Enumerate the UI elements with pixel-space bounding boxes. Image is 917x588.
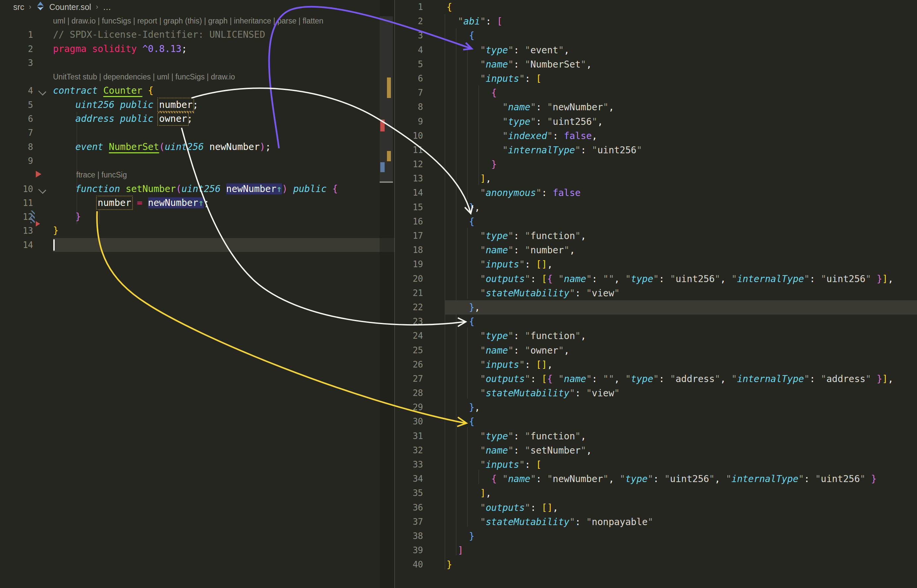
left-code-lens-row[interactable]: UnitTest stub | dependencies | uml | fun…	[0, 70, 380, 84]
token: ,	[586, 445, 592, 456]
fold-chevron-icon[interactable]	[38, 88, 46, 96]
token: view	[592, 388, 614, 399]
token: ]	[882, 373, 888, 384]
right-code-line-7[interactable]: 7 {	[395, 86, 917, 100]
right-code-line-40[interactable]: 40}	[395, 557, 917, 572]
token: :	[810, 373, 821, 384]
json-abi-pane[interactable]: 1{2 "abi": [3 {4 "type": "event",5 "name…	[395, 0, 917, 588]
right-code-line-13[interactable]: 13 ],	[395, 171, 917, 186]
left-code-line-3[interactable]: 3	[0, 56, 380, 70]
right-code-line-37[interactable]: 37 "stateMutability": "nonpayable"	[395, 515, 917, 529]
scrollbar-thumb[interactable]	[380, 16, 393, 182]
right-code-line-24[interactable]: 24 "type": "function",	[395, 329, 917, 343]
right-code-line-4[interactable]: 4 "type": "event",	[395, 43, 917, 57]
right-code-line-19[interactable]: 19 "inputs": [],	[395, 257, 917, 271]
line-number: 40	[395, 557, 423, 572]
left-code-line-13[interactable]: 13}	[0, 224, 380, 238]
code-lens-commands[interactable]: UnitTest stub | dependencies | uml | fun…	[53, 70, 235, 84]
right-code-line-12[interactable]: 12 }	[395, 157, 917, 171]
code-lens-commands[interactable]: uml | draw.io | funcSigs | report | grap…	[53, 14, 323, 28]
right-code-line-6[interactable]: 6 "inputs": [	[395, 71, 917, 86]
breadcrumb-folder[interactable]: src	[13, 2, 24, 12]
right-code-line-5[interactable]: 5 "name": "NumberSet",	[395, 57, 917, 71]
solidity-editor-pane[interactable]: src › Counter.sol › … uml | draw.io | fu…	[0, 0, 380, 588]
right-code-line-10[interactable]: 10 "indexed": false,	[395, 129, 917, 143]
right-code-line-27[interactable]: 27 "outputs": [{ "name": "", "type": "ad…	[395, 372, 917, 386]
right-code-line-18[interactable]: 18 "name": "number",	[395, 243, 917, 257]
token: ,	[564, 45, 569, 56]
left-code-line-10[interactable]: 10 function setNumber(uint256 newNumber↑…	[0, 182, 380, 196]
token: "	[508, 330, 514, 341]
token: "	[519, 359, 525, 370]
left-code-line-6[interactable]: 6 address public owner;	[0, 112, 380, 126]
left-code-line-7[interactable]: 7	[0, 126, 380, 140]
right-code-line-28[interactable]: 28 "stateMutability": "view"	[395, 386, 917, 400]
left-code-line-4[interactable]: 4contract Counter {	[0, 84, 380, 98]
code-text: "indexed": false,	[447, 129, 597, 143]
right-code-line-22[interactable]: 22 },	[395, 300, 917, 315]
left-code-lens-row[interactable]: uml | draw.io | funcSigs | report | grap…	[0, 14, 380, 28]
token: number	[159, 99, 193, 110]
right-code-line-2[interactable]: 2 "abi": [	[395, 14, 917, 29]
right-code-line-34[interactable]: 34 { "name": "newNumber", "type": "uint2…	[395, 472, 917, 486]
code-lens-commands[interactable]: ftrace | funcSig	[76, 168, 127, 182]
left-code-line-12[interactable]: 12 }	[0, 210, 380, 224]
code-text: "outputs": [{ "name": "", "type": "addre…	[447, 372, 893, 386]
left-code-lens-row[interactable]: ftrace | funcSig	[0, 168, 380, 182]
token: type	[508, 116, 530, 127]
token: function	[75, 183, 126, 194]
token: :	[804, 473, 815, 485]
left-code-line-14[interactable]: 14	[0, 238, 380, 252]
token: "	[670, 373, 676, 384]
right-code-line-26[interactable]: 26 "inputs": [],	[395, 357, 917, 372]
right-code-line-35[interactable]: 35 ],	[395, 486, 917, 500]
right-code-line-36[interactable]: 36 "outputs": [],	[395, 501, 917, 515]
token: "	[508, 245, 514, 255]
right-code-line-21[interactable]: 21 "stateMutability": "view"	[395, 286, 917, 300]
breadcrumb-more[interactable]: …	[103, 2, 111, 12]
right-code-line-8[interactable]: 8 "name": "newNumber",	[395, 100, 917, 114]
right-code-line-31[interactable]: 31 "type": "function",	[395, 429, 917, 443]
token: :	[581, 145, 592, 156]
right-code-line-11[interactable]: 11 "internalType": "uint256"	[395, 143, 917, 157]
token: "	[447, 116, 508, 127]
token: type	[486, 330, 508, 341]
right-code-line-9[interactable]: 9 "type": "uint256",	[395, 115, 917, 129]
token	[497, 473, 502, 485]
right-code-line-1[interactable]: 1{	[395, 0, 917, 14]
right-code-line-3[interactable]: 3 {	[395, 29, 917, 43]
breadcrumb-file[interactable]: Counter.sol	[49, 2, 91, 12]
line-number: 14	[0, 238, 33, 252]
left-code-line-1[interactable]: 1// SPDX-License-Identifier: UNLICENSED	[0, 28, 380, 42]
token: "	[821, 373, 826, 384]
line-number: 28	[395, 386, 423, 400]
right-code-line-33[interactable]: 33 "inputs": [	[395, 457, 917, 472]
left-code-line-2[interactable]: 2pragma solidity ^0.8.13;	[0, 42, 380, 56]
right-code-line-32[interactable]: 32 "name": "setNumber",	[395, 443, 917, 457]
right-code-line-30[interactable]: 30 {	[395, 415, 917, 429]
left-code-line-9[interactable]: 9	[0, 154, 380, 168]
right-code-line-25[interactable]: 25 "name": "owner",	[395, 343, 917, 357]
right-code-line-17[interactable]: 17 "type": "function",	[395, 229, 917, 243]
right-code-line-16[interactable]: 16 {	[395, 215, 917, 229]
right-code-line-23[interactable]: 23 {	[395, 315, 917, 329]
editor-window: src › Counter.sol › … uml | draw.io | fu…	[0, 0, 917, 588]
right-code-line-38[interactable]: 38 }	[395, 529, 917, 543]
right-code-line-15[interactable]: 15 },	[395, 200, 917, 215]
token: "	[804, 373, 810, 384]
right-code-line-39[interactable]: 39 ]	[395, 543, 917, 557]
code-text: function setNumber(uint256 newNumber↑) p…	[53, 182, 338, 196]
left-code-line-11[interactable]: 11 number = newNumber↑;	[0, 196, 380, 210]
code-text: "stateMutability": "view"	[447, 386, 620, 400]
right-code-line-29[interactable]: 29 },	[395, 400, 917, 415]
token: NumberSet	[530, 59, 581, 70]
fold-chevron-icon[interactable]	[38, 186, 46, 194]
right-code-line-14[interactable]: 14 "anonymous": false	[395, 186, 917, 200]
token: ;	[204, 197, 209, 208]
token: {	[447, 87, 497, 99]
left-code-line-8[interactable]: 8 event NumberSet(uint256 newNumber);	[0, 140, 380, 154]
left-code-line-5[interactable]: 5 uint256 public number;	[0, 98, 380, 112]
token: "	[569, 517, 575, 527]
token: ;	[187, 113, 193, 124]
right-code-line-20[interactable]: 20 "outputs": [{ "name": "", "type": "ui…	[395, 272, 917, 286]
